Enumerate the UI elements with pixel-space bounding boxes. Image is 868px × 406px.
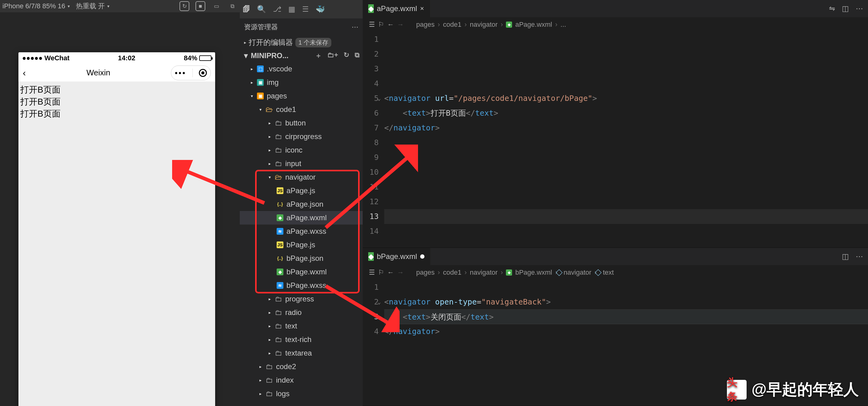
popout-icon[interactable]: ⧉ (227, 1, 237, 11)
tree-folder[interactable]: ▸⬚.vscode (240, 62, 363, 76)
tree-folder-navigator[interactable]: ▾🗁navigator (240, 170, 363, 184)
tree-file[interactable]: JSaPage.js (240, 184, 363, 198)
folder-icon: 🗀 (266, 389, 273, 398)
tree-folder[interactable]: ▾🗁code1 (240, 103, 363, 116)
tree-folder[interactable]: ▸🗀iconc (240, 143, 363, 157)
tree-file-selected[interactable]: ◆aPage.wxml (240, 211, 363, 225)
tree-folder[interactable]: ▸🗀input (240, 157, 363, 170)
tree-folder[interactable]: ▸🗀radio (240, 306, 363, 319)
more-icon[interactable]: ⋯ (856, 252, 863, 261)
blocks-icon[interactable]: ▦ (288, 5, 296, 13)
tree-file[interactable]: {..}aPage.json (240, 198, 363, 211)
back-icon[interactable]: ← (387, 21, 394, 29)
forward-icon[interactable]: → (397, 268, 404, 277)
device-icon[interactable]: ▭ (212, 1, 221, 11)
rotate-icon[interactable]: ↻ (180, 1, 189, 11)
tree-folder[interactable]: ▸🗀progress (240, 292, 363, 306)
tree-folder[interactable]: ▸🗀button (240, 116, 363, 130)
nav-link[interactable]: 打开B页面 (20, 84, 213, 96)
open-editors-section[interactable]: ▸ 打开的编辑器 1 个未保存 (240, 36, 363, 49)
capsule-button[interactable]: ••• (171, 65, 211, 80)
back-icon[interactable]: ‹ (23, 68, 26, 78)
tree-file[interactable]: ≋aPage.wxss (240, 225, 363, 238)
forward-icon[interactable]: → (397, 21, 404, 29)
folder-icon: 🗀 (275, 308, 282, 317)
tree-folder[interactable]: ▸🗀textarea (240, 346, 363, 360)
tab-label: aPage.wxml (377, 4, 417, 13)
chevron-down-icon: ▾ (107, 4, 110, 9)
tree-file[interactable]: {..}bPage.json (240, 252, 363, 265)
tree-folder[interactable]: ▸🗀code2 (240, 360, 363, 373)
nav-link[interactable]: 打开B页面 (20, 96, 213, 108)
json-icon: {..} (277, 201, 283, 208)
new-file-icon[interactable]: ＋ (315, 51, 322, 60)
fold-icon[interactable]: ⌄ (377, 91, 381, 106)
chevron-down-icon: ▾ (244, 51, 248, 60)
tree-file[interactable]: ◆bPage.wxml (240, 265, 363, 279)
tab-apage[interactable]: ◆ aPage.wxml × (363, 0, 430, 17)
gutter: 1 2 3 4 (363, 280, 384, 339)
folder-open-icon: 🗁 (266, 105, 273, 114)
editor-pane-a: ☰ ⚐ ← → pages› code1› navigator› ◆ aPage… (363, 17, 868, 248)
hot-reload-toggle[interactable]: 热重载 开 ▾ (76, 2, 110, 11)
tree-folder[interactable]: ▾▣pages (240, 89, 363, 103)
refresh-icon[interactable]: ↻ (344, 51, 349, 60)
split-icon[interactable]: ◫ (842, 252, 849, 261)
watermark: 头条 @早起的年轻人 (727, 379, 859, 400)
wxml-icon: ◆ (506, 22, 512, 28)
json-icon: {..} (277, 255, 283, 262)
stop-icon[interactable]: ■ (195, 1, 205, 11)
tree-folder[interactable]: ▸🗀logs (240, 387, 363, 401)
compare-icon[interactable]: ⇋ (829, 4, 835, 13)
bookmark-icon[interactable]: ⚐ (378, 21, 384, 29)
docker-icon[interactable]: 🐳 (316, 5, 325, 13)
tabbar-top: ◆ aPage.wxml × ⇋ ◫ ⋯ (363, 0, 868, 17)
wxss-icon: ≋ (277, 228, 283, 235)
breadcrumb-b[interactable]: ☰ ⚐ ← → pages› code1› navigator› ◆ bPage… (363, 265, 868, 280)
branch-icon[interactable]: ⎇ (273, 5, 282, 13)
watermark-text: @早起的年轻人 (751, 379, 859, 400)
tree-folder[interactable]: ▸🗀cirprogress (240, 130, 363, 143)
tree-file[interactable]: JSbPage.js (240, 238, 363, 252)
explorer-icon[interactable]: 🗐 (243, 5, 250, 13)
server-icon[interactable]: ☰ (302, 5, 309, 13)
tree-folder[interactable]: ▸▣img (240, 76, 363, 89)
battery-percent: 84% (184, 54, 197, 62)
code-editor-a[interactable]: 1234 5678 9101112 1314 ⌄<navigator url="… (363, 32, 868, 239)
project-header[interactable]: ▾ MINIPRO... ＋ 🗀+ ↻ ⧉ (240, 49, 363, 62)
folder-icon: 🗀 (275, 335, 282, 344)
tree-file[interactable]: ≋bPage.wxss (240, 279, 363, 292)
folder-open-icon: ▣ (257, 93, 264, 99)
search-icon[interactable]: 🔍 (257, 5, 266, 13)
device-selector[interactable]: iPhone 6/7/8 85% 16 ▾ (2, 2, 70, 10)
collapse-icon[interactable]: ⧉ (355, 51, 360, 60)
phone-nav-bar: ‹ Weixin ••• (19, 64, 215, 82)
close-icon[interactable]: × (420, 5, 424, 12)
folder-icon: ⬚ (257, 65, 264, 72)
bookmark-icon[interactable]: ⚐ (378, 268, 384, 277)
more-icon[interactable]: ⋯ (352, 23, 359, 31)
code-editor-b[interactable]: 1 2 3 4 ⌄<navigator open-type="navigateB… (363, 280, 868, 339)
split-icon[interactable]: ◫ (842, 4, 849, 13)
chevron-down-icon: ▾ (68, 4, 70, 9)
explorer-sidebar: 🗐 🔍 ⎇ ▦ ☰ 🐳 资源管理器 ⋯ ▸ 打开的编辑器 1 个未保存 ▾ MI… (240, 0, 363, 406)
tree-folder[interactable]: ▸🗀text-rich (240, 333, 363, 346)
more-icon[interactable]: ⋯ (856, 4, 863, 13)
nav-link[interactable]: 打开B页面 (20, 108, 213, 120)
list-icon[interactable]: ☰ (369, 268, 375, 277)
breadcrumb-a[interactable]: ☰ ⚐ ← → pages› code1› navigator› ◆ aPage… (363, 17, 868, 32)
js-icon: JS (277, 241, 283, 248)
editor-group: ◆ aPage.wxml × ⇋ ◫ ⋯ ☰ ⚐ ← → pages› code… (363, 0, 868, 406)
folder-icon: 🗀 (266, 362, 273, 371)
back-icon[interactable]: ← (387, 268, 394, 277)
tree-folder[interactable]: ▸🗀index (240, 373, 363, 387)
ide: 🗐 🔍 ⎇ ▦ ☰ 🐳 资源管理器 ⋯ ▸ 打开的编辑器 1 个未保存 ▾ MI… (240, 0, 868, 406)
tree-folder[interactable]: ▸🗀text (240, 319, 363, 333)
list-icon[interactable]: ☰ (369, 21, 375, 29)
folder-icon: 🗀 (275, 349, 282, 357)
unsaved-badge: 1 个未保存 (296, 38, 331, 47)
simulator-stage: ●●●●● WeChat 14:02 84% ‹ Weixin ••• 打开B页… (0, 12, 240, 406)
fold-icon[interactable]: ⌄ (377, 295, 381, 310)
tab-bpage[interactable]: ◆ bPage.wxml (363, 248, 430, 265)
new-folder-icon[interactable]: 🗀+ (327, 51, 338, 60)
